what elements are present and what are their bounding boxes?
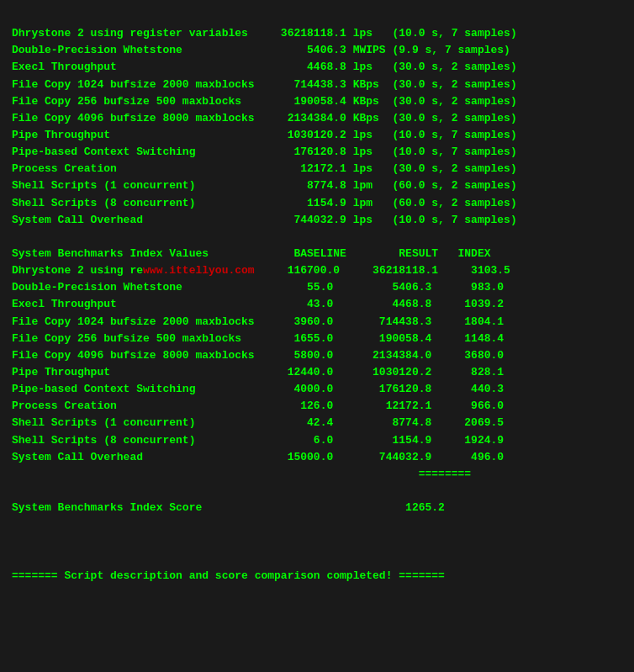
index-row: File Copy 256 bufsize 500 maxblocks 1655…	[12, 331, 622, 347]
index-row: Pipe Throughput 12440.0 1030120.2 828.1	[12, 364, 622, 381]
index-row: Execl Throughput 43.0 4468.8 1039.2	[12, 296, 622, 313]
index-row: File Copy 1024 bufsize 2000 maxblocks 39…	[12, 314, 622, 331]
index-header: System Benchmarks Index Values BASELINE …	[12, 246, 622, 262]
result-row: Pipe Throughput 1030120.2 lps (10.0 s, 7…	[12, 127, 622, 144]
result-row: Pipe-based Context Switching 176120.8 lp…	[12, 144, 622, 161]
index-row: File Copy 4096 bufsize 8000 maxblocks 58…	[12, 347, 622, 364]
index-row: Shell Scripts (8 concurrent) 6.0 1154.9 …	[12, 432, 622, 449]
result-row: Shell Scripts (1 concurrent) 8774.8 lpm …	[12, 177, 622, 194]
index-row: Pipe-based Context Switching 4000.0 1761…	[12, 381, 622, 398]
footer-section: ======= Script description and score com…	[12, 533, 622, 584]
result-row: Shell Scripts (8 concurrent) 1154.9 lpm …	[12, 195, 622, 212]
index-row: Double-Precision Whetstone 55.0 5406.3 9…	[12, 279, 622, 296]
index-row: Shell Scripts (1 concurrent) 42.4 8774.8…	[12, 415, 622, 431]
result-row: Execl Throughput 4468.8 lps (30.0 s, 2 s…	[12, 59, 622, 76]
result-row: File Copy 1024 bufsize 2000 maxblocks 71…	[12, 77, 622, 93]
footer-text: ======= Script description and score com…	[12, 568, 622, 585]
results-section: Dhrystone 2 using register variables 362…	[12, 25, 622, 229]
index-row: Dhrystone 2 using rewww.ittellyou.com 11…	[12, 262, 622, 279]
index-row: System Call Overhead 15000.0 744032.9 49…	[12, 449, 622, 466]
result-row: Process Creation 12172.1 lps (30.0 s, 2 …	[12, 161, 622, 177]
result-row: File Copy 4096 bufsize 8000 maxblocks 21…	[12, 110, 622, 127]
result-row: File Copy 256 bufsize 500 maxblocks 1900…	[12, 93, 622, 110]
index-row: Process Creation 126.0 12172.1 966.0	[12, 398, 622, 415]
result-row: Dhrystone 2 using register variables 362…	[12, 25, 622, 42]
result-row: Double-Precision Whetstone 5406.3 MWIPS …	[12, 42, 622, 59]
result-row: System Call Overhead 744032.9 lps (10.0 …	[12, 212, 622, 229]
separator-line: ========	[12, 466, 622, 483]
score-line: System Benchmarks Index Score 1265.2	[12, 500, 622, 516]
terminal-output: Dhrystone 2 using register variables 362…	[12, 8, 622, 585]
index-section: System Benchmarks Index Values BASELINE …	[12, 246, 622, 516]
watermark: www.ittellyou.com	[143, 264, 255, 277]
